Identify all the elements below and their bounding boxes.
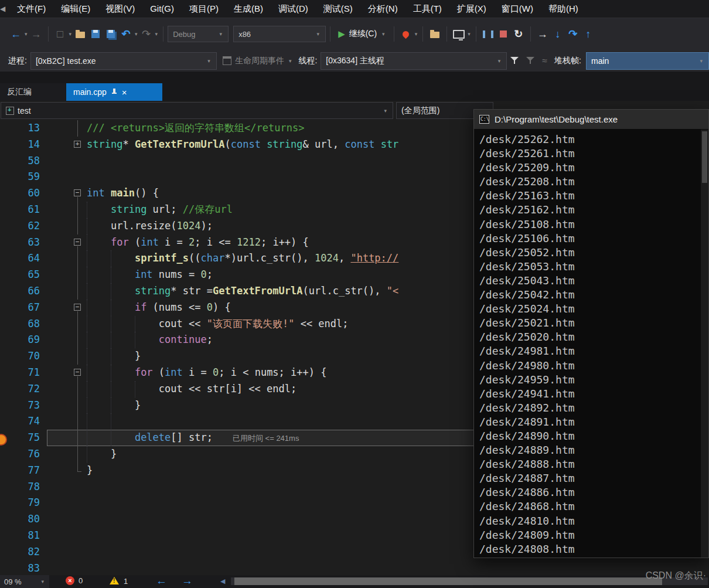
close-icon[interactable]: × [122,87,127,97]
warning-indicator[interactable]: 1 [109,576,128,586]
menu-item[interactable]: 调试(D) [271,0,316,18]
filter-threads-disabled-icon[interactable] [526,56,535,65]
selection-margin[interactable] [46,283,73,300]
navigate-forward-button[interactable]: → [29,25,44,43]
menu-item[interactable]: 工具(T) [405,0,449,18]
selection-margin[interactable] [46,202,73,218]
flagged-threads-icon[interactable]: ≈ [542,56,547,66]
menu-item[interactable]: 编辑(E) [53,0,98,18]
continue-button[interactable]: ▶ 继续(C) ▾ [335,29,390,39]
console-titlebar[interactable]: C:\ D:\Program\test\Debug\test.exe [474,110,708,130]
selection-margin[interactable] [46,137,73,153]
selection-margin[interactable] [46,413,73,430]
navigate-back-caret[interactable]: ▾ [25,31,28,37]
outline-margin[interactable] [73,185,83,202]
menu-item[interactable]: 测试(S) [316,0,360,18]
hot-reload-button[interactable] [398,25,414,43]
selection-margin[interactable] [46,544,73,560]
watch-window-button[interactable] [451,25,466,43]
solution-explorer-button[interactable] [427,25,442,43]
solution-platform-combo[interactable]: x86 ▾ [233,26,326,42]
solution-configuration-combo[interactable]: Debug ▾ [168,26,229,42]
lifecycle-events-caret[interactable]: ▾ [289,58,292,64]
thread-combo[interactable]: [0x3634] 主线程 ▾ [321,52,507,70]
selection-margin[interactable] [46,234,73,251]
menu-item[interactable]: 分析(N) [360,0,405,18]
stack-frame-caret[interactable]: ▾ [700,58,703,64]
selection-margin[interactable] [46,560,73,575]
tab-disassembly[interactable]: 反汇编 [0,83,66,101]
menu-item[interactable]: 生成(B) [226,0,271,18]
selection-margin[interactable] [46,348,73,365]
save-button[interactable] [88,25,103,43]
menu-item[interactable]: 扩展(X) [449,0,494,18]
step-into-button[interactable]: ↓ [550,25,565,43]
thread-caret[interactable]: ▾ [498,58,501,64]
selection-margin[interactable] [46,169,73,185]
show-next-statement-button[interactable]: → [535,25,550,43]
selection-margin[interactable] [46,300,73,316]
selection-margin[interactable] [46,316,73,332]
process-caret[interactable]: ▾ [207,58,210,64]
tab-main-cpp[interactable]: main.cpp × [66,83,162,101]
undo-button[interactable]: ↶ [118,25,134,43]
zoom-caret[interactable]: ▾ [41,579,44,584]
navigate-forward-icon[interactable]: → [182,575,193,587]
project-scope-combo[interactable]: test ▾ [1,102,393,119]
break-all-button[interactable] [480,25,496,43]
redo-caret[interactable]: ▾ [155,31,158,37]
navigate-backward-icon[interactable]: ← [156,575,167,587]
navigate-back-button[interactable]: ← [8,25,23,43]
filter-threads-icon[interactable] [510,56,519,65]
menu-item[interactable]: 文件(F) [9,0,53,18]
menu-item[interactable]: 视图(V) [98,0,142,18]
platform-caret[interactable]: ▾ [317,31,320,37]
outline-margin[interactable] [73,137,83,153]
selection-margin[interactable] [46,250,73,267]
restart-button[interactable]: ↻ [511,25,526,43]
new-file-caret[interactable]: ▾ [69,31,72,37]
scroll-left-button[interactable]: ◀ [220,577,225,585]
selection-margin[interactable] [46,381,73,397]
selection-margin[interactable] [46,495,73,511]
stop-debugging-button[interactable] [496,25,511,43]
menu-item[interactable]: 帮助(H) [541,0,586,18]
selection-margin[interactable] [46,332,73,348]
undo-caret[interactable]: ▾ [135,31,138,37]
project-scope-caret[interactable]: ▾ [384,108,387,114]
lifecycle-events-button[interactable]: 生命周期事件 [235,56,284,66]
open-file-button[interactable] [73,25,88,43]
outline-margin[interactable] [73,365,83,381]
redo-button[interactable]: ↷ [139,25,154,43]
selection-margin[interactable] [46,185,73,202]
console-scrollbar[interactable] [700,130,708,558]
stack-frame-combo[interactable]: main ▾ [586,52,709,70]
configuration-caret[interactable]: ▾ [220,31,223,37]
selection-margin[interactable] [46,120,73,137]
error-indicator[interactable]: × 0 [66,576,83,585]
horizontal-scrollbar[interactable] [231,577,708,585]
console-scrollbar-thumb[interactable] [702,131,707,183]
menu-item[interactable]: Git(G) [142,0,182,18]
step-out-button[interactable]: ↑ [581,25,596,43]
selection-margin[interactable] [46,153,73,169]
outline-margin[interactable] [73,300,83,316]
selection-margin[interactable] [46,430,73,446]
code-line[interactable]: 83 [0,560,709,575]
selection-margin[interactable] [46,365,73,381]
zoom-combo[interactable]: 09 % ▾ [0,575,49,588]
selection-margin[interactable] [46,463,73,479]
process-combo[interactable]: [0xB2C] test.exe ▾ [30,52,217,70]
watch-window-caret[interactable]: ▾ [468,31,471,37]
pin-icon[interactable] [111,88,117,96]
menu-item[interactable]: 项目(P) [182,0,226,18]
selection-margin[interactable] [46,218,73,234]
menu-item[interactable]: 窗口(W) [494,0,541,18]
selection-margin[interactable] [46,479,73,495]
selection-margin[interactable] [46,528,73,544]
outline-margin[interactable] [73,234,83,251]
horizontal-scrollbar-thumb[interactable] [234,577,662,585]
selection-margin[interactable] [46,446,73,463]
selection-margin[interactable] [46,511,73,528]
save-all-button[interactable] [103,25,118,43]
